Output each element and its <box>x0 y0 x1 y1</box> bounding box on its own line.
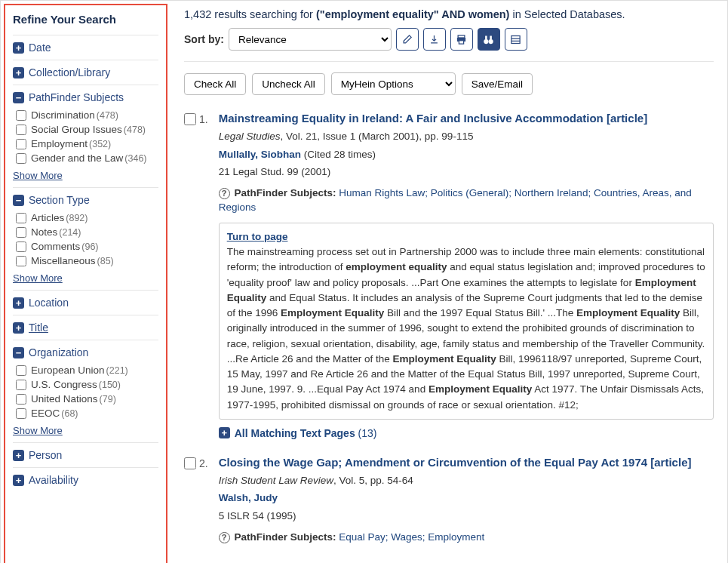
facet-item[interactable]: Articles (892) <box>16 212 158 223</box>
result-title[interactable]: Mainstreaming Equality in Ireland: A Fai… <box>219 112 714 125</box>
result-citation: 5 ISLR 54 (1995) <box>219 509 714 524</box>
sort-label: Sort by: <box>184 33 224 45</box>
all-matching-pages-link[interactable]: All Matching Text Pages (13) <box>219 427 714 439</box>
minus-icon <box>13 347 24 358</box>
turn-to-page-link[interactable]: Turn to page <box>227 231 288 242</box>
results-main: 1,432 results searching for ("employment… <box>170 1 727 563</box>
svg-rect-6 <box>490 35 493 39</box>
result-checkbox[interactable] <box>184 457 196 469</box>
facet-item[interactable]: Social Group Issues (478) <box>16 124 158 135</box>
result-number: 1. <box>199 113 208 125</box>
result-journal: Irish Student Law Review, Vol. 5, pp. 54… <box>219 473 714 488</box>
result-citation: 21 Legal Stud. 99 (2001) <box>219 165 714 180</box>
svg-point-4 <box>489 38 493 43</box>
plus-icon <box>219 427 230 438</box>
download-icon[interactable] <box>423 28 446 51</box>
plus-icon <box>13 475 24 486</box>
uncheck-all-button[interactable]: Uncheck All <box>252 73 325 95</box>
sort-select[interactable]: Relevance <box>229 28 392 51</box>
plus-icon <box>13 67 24 78</box>
facet-availability[interactable]: Availability <box>13 474 158 486</box>
plus-icon <box>13 322 24 334</box>
facet-collection[interactable]: Collection/Library <box>13 66 158 78</box>
facet-item[interactable]: Notes (214) <box>16 226 158 238</box>
facet-item[interactable]: Gender and the Law (346) <box>16 152 158 164</box>
result-journal: Legal Studies, Vol. 21, Issue 1 (March 2… <box>219 129 714 144</box>
checkbox[interactable] <box>16 408 26 419</box>
sidebar-title: Refine Your Search <box>13 13 158 26</box>
result-title[interactable]: Closing the Wage Gap; Amendment or Circu… <box>219 456 714 469</box>
svg-rect-2 <box>459 40 464 43</box>
checkbox[interactable] <box>16 139 26 149</box>
plus-icon <box>13 297 24 309</box>
result-item: 2. Closing the Wage Gap; Amendment or Ci… <box>184 456 714 547</box>
checkbox[interactable] <box>16 242 26 252</box>
svg-point-3 <box>484 38 489 43</box>
facet-location[interactable]: Location <box>13 297 158 309</box>
checkbox[interactable] <box>16 256 26 266</box>
result-item: 1. Mainstreaming Equality in Ireland: A … <box>184 112 714 439</box>
save-email-button[interactable]: Save/Email <box>462 73 533 95</box>
snippet-box: Turn to page The mainstreaming process s… <box>219 223 714 420</box>
show-more-link[interactable]: Show More <box>13 425 63 436</box>
plus-icon <box>13 450 24 461</box>
result-checkbox[interactable] <box>184 113 196 125</box>
facet-date[interactable]: Date <box>13 42 158 54</box>
facet-item[interactable]: U.S. Congress (150) <box>16 379 158 390</box>
facet-person[interactable]: Person <box>13 449 158 461</box>
list-view-icon[interactable] <box>505 28 527 51</box>
help-icon[interactable]: ? <box>219 532 230 543</box>
binoculars-icon[interactable] <box>478 28 500 51</box>
checkbox[interactable] <box>16 213 26 223</box>
svg-rect-5 <box>486 35 488 39</box>
plus-icon <box>13 42 24 54</box>
pathfinder-row: ? PathFinder Subjects: Equal Pay; Wages;… <box>219 530 714 545</box>
facet-item[interactable]: United Nations (79) <box>16 393 158 405</box>
print-icon[interactable] <box>450 28 473 51</box>
facet-title[interactable]: Title <box>13 321 158 334</box>
help-icon[interactable]: ? <box>219 188 230 199</box>
pathfinder-row: ? PathFinder Subjects: Human Rights Law;… <box>219 186 714 215</box>
facet-item[interactable]: European Union (221) <box>16 365 158 376</box>
facet-item[interactable]: Employment (352) <box>16 138 158 149</box>
facet-item[interactable]: Comments (96) <box>16 241 158 252</box>
show-more-link[interactable]: Show More <box>13 170 63 181</box>
svg-rect-0 <box>459 35 465 37</box>
svg-rect-7 <box>511 35 520 43</box>
check-all-button[interactable]: Check All <box>184 73 246 95</box>
result-author: Mullally, Siobhan (Cited 28 times) <box>219 147 714 162</box>
checkbox[interactable] <box>16 365 26 376</box>
facet-pathfinder[interactable]: PathFinder Subjects <box>13 91 158 103</box>
checkbox[interactable] <box>16 394 26 405</box>
checkbox[interactable] <box>16 125 26 135</box>
minus-icon <box>13 195 24 206</box>
facet-item[interactable]: EEOC (68) <box>16 408 158 419</box>
facet-item[interactable]: Miscellaneous (85) <box>16 255 158 266</box>
refine-sidebar: Refine Your Search Date Collection/Libra… <box>4 4 167 563</box>
minus-icon <box>13 92 24 103</box>
checkbox[interactable] <box>16 227 26 238</box>
result-author: Walsh, Judy <box>219 491 714 506</box>
edit-icon[interactable] <box>396 28 419 51</box>
checkbox[interactable] <box>16 153 26 164</box>
myhein-select[interactable]: MyHein Options <box>331 72 456 95</box>
results-count: 1,432 results searching for ("employment… <box>184 8 714 20</box>
checkbox[interactable] <box>16 380 26 390</box>
result-number: 2. <box>199 457 208 469</box>
facet-section-type[interactable]: Section Type <box>13 194 158 206</box>
facet-item[interactable]: Discrimination (478) <box>16 109 158 121</box>
checkbox[interactable] <box>16 110 26 121</box>
facet-organization[interactable]: Organization <box>13 346 158 358</box>
show-more-link[interactable]: Show More <box>13 272 63 284</box>
